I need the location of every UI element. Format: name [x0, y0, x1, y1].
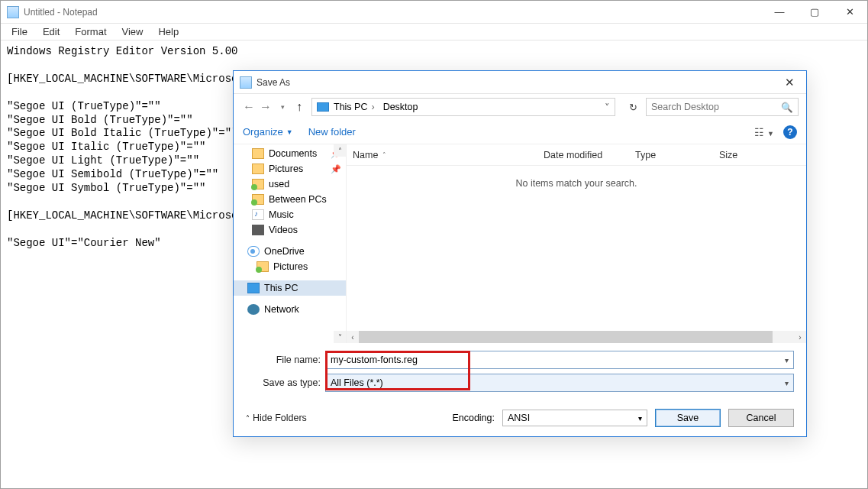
- save-button[interactable]: Save: [655, 409, 721, 427]
- file-list: Name˄ Date modified Type Size No items m…: [347, 144, 806, 343]
- music-icon: [252, 209, 264, 220]
- encoding-select[interactable]: ANSI▾: [502, 410, 647, 426]
- scroll-right-button[interactable]: ›: [794, 331, 806, 343]
- breadcrumb-crumb[interactable]: This PC: [334, 102, 379, 112]
- organize-button[interactable]: Organize▼: [243, 126, 293, 138]
- video-icon: [252, 225, 264, 235]
- sidebar-item-network[interactable]: Network: [234, 302, 346, 317]
- pin-icon: 📌: [331, 164, 341, 174]
- minimize-button[interactable]: —: [762, 1, 797, 24]
- new-folder-button[interactable]: New folder: [308, 126, 356, 138]
- horizontal-scrollbar[interactable]: ‹ ›: [347, 331, 806, 343]
- cancel-button[interactable]: Cancel: [728, 409, 794, 427]
- menu-help[interactable]: Help: [150, 24, 186, 39]
- column-size[interactable]: Size: [713, 150, 806, 160]
- sidebar-item-onedrive-pictures[interactable]: Pictures: [234, 259, 346, 274]
- chevron-down-icon[interactable]: ˅: [605, 102, 610, 113]
- save-as-type-label: Save as type:: [246, 377, 325, 388]
- address-bar[interactable]: This PC Desktop ˅: [311, 98, 615, 116]
- file-name-input[interactable]: my-custom-fonts.reg▾: [325, 351, 794, 369]
- search-icon: 🔍: [781, 102, 793, 113]
- notepad-titlebar: Untitled - Notepad — ▢ ✕: [1, 1, 867, 24]
- notepad-menubar: File Edit Format View Help: [1, 24, 867, 40]
- notepad-icon: [7, 6, 19, 18]
- chevron-down-icon[interactable]: ▾: [785, 356, 789, 364]
- save-as-dialog: Save As ✕ ← → ▾ ↑ This PC Desktop ˅ ↻ Se…: [233, 70, 807, 437]
- dialog-body: ˄ Documents📌 Pictures📌 used Between PCs …: [234, 144, 806, 343]
- column-type[interactable]: Type: [629, 150, 713, 160]
- hide-folders-button[interactable]: ˄Hide Folders: [246, 413, 307, 423]
- sidebar-item-used[interactable]: used: [234, 176, 346, 192]
- chevron-down-icon[interactable]: ▾: [638, 414, 642, 423]
- breadcrumb-crumb[interactable]: Desktop: [383, 102, 426, 112]
- folder-icon: [257, 261, 269, 272]
- dialog-titlebar: Save As ✕: [234, 71, 806, 94]
- sidebar-item-videos[interactable]: Videos: [234, 222, 346, 238]
- pc-icon: [317, 102, 329, 112]
- file-list-header: Name˄ Date modified Type Size: [347, 144, 806, 166]
- maximize-button[interactable]: ▢: [797, 1, 832, 24]
- column-name[interactable]: Name˄: [347, 150, 537, 160]
- folder-icon: [252, 164, 264, 174]
- scroll-track[interactable]: [359, 331, 794, 343]
- menu-format[interactable]: Format: [67, 24, 114, 39]
- column-date[interactable]: Date modified: [537, 150, 629, 160]
- chevron-down-icon[interactable]: ▾: [785, 379, 789, 387]
- cloud-icon: [247, 246, 260, 257]
- network-icon: [247, 304, 260, 315]
- view-options-button[interactable]: ☷ ▼: [754, 126, 774, 138]
- file-name-label: File name:: [246, 355, 325, 365]
- dialog-close-button[interactable]: ✕: [773, 71, 806, 94]
- dialog-toolbar: Organize▼ New folder ☷ ▼ ?: [234, 120, 806, 144]
- nav-arrows: ← → ▾ ↑: [241, 100, 307, 114]
- sidebar-item-this-pc[interactable]: This PC: [234, 280, 346, 296]
- chevron-down-icon: ▼: [286, 128, 293, 136]
- sidebar-item-pictures[interactable]: Pictures📌: [234, 161, 346, 176]
- scroll-thumb[interactable]: [359, 331, 773, 343]
- sort-indicator-icon: ˄: [382, 151, 386, 159]
- encoding-label: Encoding:: [452, 413, 495, 423]
- window-controls: — ▢ ✕: [762, 1, 867, 24]
- filename-fields: File name: my-custom-fonts.reg▾ Save as …: [234, 343, 806, 392]
- nav-recent-icon[interactable]: ▾: [275, 103, 290, 111]
- dialog-title: Save As: [257, 77, 773, 88]
- scroll-left-button[interactable]: ‹: [347, 331, 359, 343]
- menu-edit[interactable]: Edit: [35, 24, 67, 39]
- nav-forward-icon[interactable]: →: [258, 100, 273, 114]
- sidebar-item-documents[interactable]: Documents📌: [234, 146, 346, 161]
- nav-up-icon[interactable]: ↑: [292, 100, 307, 114]
- chevron-up-icon: ˄: [246, 414, 250, 423]
- pc-icon: [247, 283, 260, 293]
- sidebar-item-onedrive[interactable]: OneDrive: [234, 244, 346, 259]
- folder-icon: [252, 194, 264, 205]
- search-input[interactable]: Search Desktop 🔍: [646, 98, 799, 116]
- menu-file[interactable]: File: [4, 24, 35, 39]
- help-button[interactable]: ?: [783, 125, 797, 139]
- close-button[interactable]: ✕: [832, 1, 867, 24]
- nav-back-icon[interactable]: ←: [241, 100, 257, 114]
- folder-icon: [252, 179, 264, 189]
- navigation-pane: ˄ Documents📌 Pictures📌 used Between PCs …: [234, 144, 347, 343]
- menu-view[interactable]: View: [115, 24, 151, 39]
- window-title: Untitled - Notepad: [24, 7, 762, 18]
- search-placeholder: Search Desktop: [651, 102, 719, 112]
- dialog-icon: [240, 76, 252, 89]
- dialog-navrow: ← → ▾ ↑ This PC Desktop ˅ ↻ Search Deskt…: [234, 94, 806, 120]
- scroll-down-button[interactable]: ˅: [334, 331, 346, 343]
- sidebar-item-between-pcs[interactable]: Between PCs: [234, 192, 346, 207]
- scroll-up-button[interactable]: ˄: [334, 144, 346, 157]
- folder-icon: [252, 148, 264, 159]
- refresh-button[interactable]: ↻: [624, 102, 641, 113]
- save-as-type-select[interactable]: All Files (*.*)▾: [325, 374, 794, 392]
- empty-message: No items match your search.: [347, 166, 806, 201]
- sidebar-item-music[interactable]: Music: [234, 207, 346, 222]
- dialog-footer: ˄Hide Folders Encoding: ANSI▾ Save Cance…: [234, 400, 806, 436]
